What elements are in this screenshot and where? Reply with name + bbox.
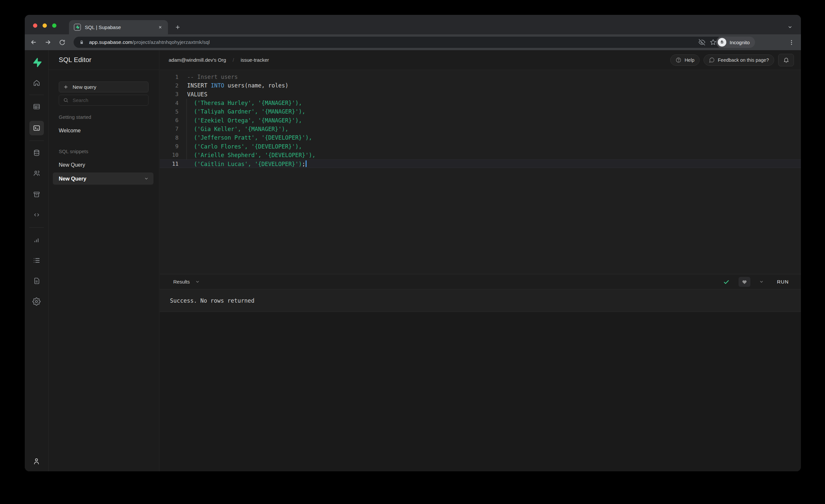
rail-item-api-docs[interactable] bbox=[29, 274, 44, 288]
editor-line-7[interactable]: 7 ('Gia Keller', '{MANAGER}'), bbox=[160, 125, 801, 133]
editor-line-4[interactable]: 4 ('Theresa Hurley', '{MANAGER}'), bbox=[160, 99, 801, 107]
tab-close-icon[interactable] bbox=[156, 23, 164, 31]
results-bar: Results bbox=[160, 274, 801, 289]
new-query-button[interactable]: New query bbox=[59, 81, 149, 92]
breadcrumb-separator: / bbox=[233, 57, 234, 63]
browser-tab[interactable]: SQL | Supabase bbox=[69, 20, 168, 34]
reload-icon[interactable] bbox=[58, 38, 66, 47]
line-number: 1 bbox=[160, 74, 178, 80]
breadcrumb-org[interactable]: adam@windmill.dev's Org bbox=[169, 57, 226, 63]
editor-line-3[interactable]: 3VALUES bbox=[160, 90, 801, 99]
results-chevron-icon bbox=[195, 279, 200, 284]
results-dropdown[interactable]: Results bbox=[173, 279, 200, 285]
sidebar-item-new-query[interactable]: New Query bbox=[53, 172, 153, 185]
rail-divider bbox=[29, 95, 44, 95]
editor-line-2[interactable]: 2INSERT INTO users(name, roles) bbox=[160, 81, 801, 90]
edge-functions-icon bbox=[33, 211, 41, 219]
editor-line-10[interactable]: 10 ('Arielle Shepherd', '{DEVELOPER}'), bbox=[160, 151, 801, 159]
breadcrumb-project[interactable]: issue-tracker bbox=[241, 57, 269, 63]
rail-item-logs[interactable] bbox=[29, 253, 44, 268]
editor-line-9[interactable]: 9 ('Carlo Flores', '{DEVELOPER}'), bbox=[160, 142, 801, 150]
run-controls: RUN bbox=[723, 277, 789, 287]
browser-window: SQL | Supabase bbox=[25, 15, 801, 471]
chevron-down-icon[interactable] bbox=[144, 176, 149, 181]
token-string: ('Caitlin Lucas', '{DEVELOPER}') bbox=[187, 161, 302, 167]
rail-item-table-editor[interactable] bbox=[29, 99, 44, 114]
sql-code-editor[interactable]: 1-- Insert users2INSERT INTO users(name,… bbox=[160, 70, 801, 274]
line-number: 7 bbox=[160, 126, 178, 132]
forward-icon[interactable] bbox=[44, 38, 52, 47]
url-domain: app.supabase.com bbox=[89, 39, 132, 45]
incognito-icon bbox=[718, 38, 726, 47]
editor-line-5[interactable]: 5 ('Taliyah Gardner', '{MANAGER}'), bbox=[160, 107, 801, 116]
search-box[interactable] bbox=[59, 95, 149, 105]
rail-item-database[interactable] bbox=[29, 146, 44, 160]
rail-item-sql-editor[interactable] bbox=[29, 121, 44, 135]
back-icon[interactable] bbox=[29, 38, 38, 47]
token-string: ('Arielle Shepherd', '{DEVELOPER}'), bbox=[187, 152, 315, 158]
rail-item-settings[interactable] bbox=[29, 294, 44, 309]
home-icon bbox=[33, 79, 41, 87]
line-code: ('Caitlin Lucas', '{DEVELOPER}'); bbox=[187, 160, 307, 167]
password-eye-off-icon[interactable] bbox=[696, 39, 707, 46]
editor-line-8[interactable]: 8 ('Jefferson Pratt', '{DEVELOPER}'), bbox=[160, 133, 801, 142]
logs-icon bbox=[33, 257, 41, 264]
account-icon bbox=[32, 457, 41, 465]
rail-item-storage[interactable] bbox=[29, 187, 44, 202]
settings-icon bbox=[32, 297, 41, 306]
sidebar-item-new-query[interactable]: New Query bbox=[53, 159, 153, 171]
incognito-badge: Incognito bbox=[716, 37, 755, 48]
line-number: 5 bbox=[160, 109, 178, 115]
token-plain: VALUES bbox=[187, 91, 207, 98]
sql-editor-icon bbox=[33, 124, 41, 132]
tab-search-chevron-icon[interactable] bbox=[785, 22, 795, 32]
rail-item-auth[interactable] bbox=[29, 166, 44, 181]
rail-item-reports[interactable] bbox=[29, 233, 44, 247]
sidebar-item-welcome[interactable]: Welcome bbox=[53, 125, 153, 137]
run-options-chevron-icon[interactable] bbox=[759, 279, 764, 284]
rail-item-account[interactable] bbox=[29, 454, 44, 469]
sidebar-item-label: Welcome bbox=[59, 127, 80, 133]
line-code: INSERT INTO users(name, roles) bbox=[187, 82, 288, 89]
line-code: ('Gia Keller', '{MANAGER}'), bbox=[187, 126, 288, 132]
new-query-button-label: New query bbox=[73, 84, 96, 90]
editor-line-6[interactable]: 6 ('Ezekiel Ortega', '{MANAGER}'), bbox=[160, 116, 801, 125]
editor-line-11[interactable]: 11 ('Caitlin Lucas', '{DEVELOPER}'); bbox=[160, 159, 801, 168]
line-number: 2 bbox=[160, 82, 178, 89]
line-code: ('Jefferson Pratt', '{DEVELOPER}'), bbox=[187, 134, 312, 141]
rail-item-home[interactable] bbox=[29, 76, 44, 90]
run-button[interactable]: RUN bbox=[777, 279, 789, 285]
url-path: /project/azahtnhqohyjerzaxtmk/sql bbox=[132, 39, 210, 45]
results-label: Results bbox=[173, 279, 190, 285]
incognito-label: Incognito bbox=[730, 40, 750, 45]
feedback-button[interactable]: Feedback on this page? bbox=[703, 55, 774, 66]
line-code: VALUES bbox=[187, 91, 207, 98]
editor-line-1[interactable]: 1-- Insert users bbox=[160, 73, 801, 81]
new-tab-button[interactable] bbox=[172, 22, 182, 32]
snippet-list: Getting startedWelcome SQL snippetsNew Q… bbox=[49, 110, 159, 471]
line-number: 3 bbox=[160, 91, 178, 97]
url-bar[interactable]: app.supabase.com/project/azahtnhqohyjerz… bbox=[74, 37, 723, 48]
help-button[interactable]: Help bbox=[670, 55, 699, 66]
favorite-heart-icon[interactable] bbox=[739, 277, 750, 287]
line-code: ('Taliyah Gardner', '{MANAGER}'), bbox=[187, 108, 305, 115]
notifications-button[interactable] bbox=[778, 54, 794, 66]
token-keyword: INTO bbox=[211, 82, 224, 89]
section-label: SQL snippets bbox=[59, 149, 88, 154]
rail-item-edge-functions[interactable] bbox=[29, 208, 44, 222]
token-string: ('Gia Keller', '{MANAGER}'), bbox=[187, 126, 288, 132]
header-actions: Help Feedback on this page? bbox=[670, 54, 794, 66]
nav-rail bbox=[25, 50, 49, 471]
editor-lines: 1-- Insert users2INSERT INTO users(name,… bbox=[160, 70, 801, 274]
line-code: ('Carlo Flores', '{DEVELOPER}'), bbox=[187, 143, 302, 150]
window-minimize-button[interactable] bbox=[43, 23, 47, 28]
browser-menu-icon[interactable] bbox=[787, 38, 796, 47]
results-empty-area bbox=[160, 312, 801, 471]
window-zoom-button[interactable] bbox=[52, 23, 57, 28]
search-icon bbox=[63, 97, 69, 103]
line-number: 11 bbox=[160, 161, 178, 167]
page-title: SQL Editor bbox=[59, 56, 91, 64]
search-input[interactable] bbox=[73, 97, 135, 103]
window-close-button[interactable] bbox=[33, 23, 37, 28]
rail-item-supabase-logo[interactable] bbox=[29, 55, 44, 70]
